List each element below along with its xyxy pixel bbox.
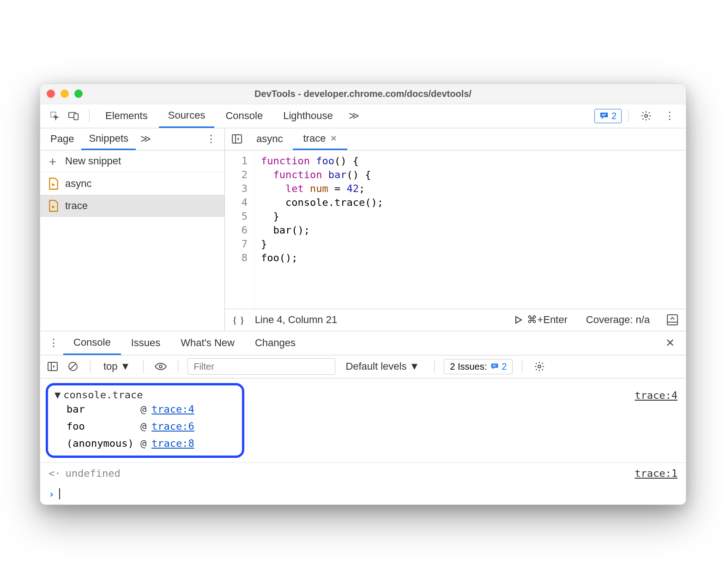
toggle-details-icon[interactable] bbox=[666, 314, 678, 326]
snippet-file-icon bbox=[48, 200, 59, 212]
snippet-item-async[interactable]: async bbox=[40, 173, 224, 195]
divider bbox=[89, 109, 90, 122]
chevron-down-icon: ▼ bbox=[409, 360, 419, 372]
log-levels-selector[interactable]: Default levels ▼ bbox=[340, 360, 425, 372]
drawer-tab-issues[interactable]: Issues bbox=[121, 331, 171, 355]
new-snippet-button[interactable]: ＋ New snippet bbox=[40, 150, 224, 173]
devtools-window: DevTools - developer.chrome.com/docs/dev… bbox=[40, 84, 686, 505]
code-content: function foo() { function bar() { let nu… bbox=[254, 150, 390, 309]
snippets-list: async trace bbox=[40, 173, 224, 331]
stack-fn: foo bbox=[67, 420, 140, 432]
message-icon bbox=[490, 362, 499, 371]
issues-count: 2 bbox=[502, 361, 507, 372]
svg-line-13 bbox=[70, 364, 76, 369]
console-body: trace:4 ▼ console.trace bar @ trace:4 fo… bbox=[40, 383, 686, 504]
drawer-tabs: ⋮ Console Issues What's New Changes ✕ bbox=[40, 331, 686, 355]
drawer-tab-changes[interactable]: Changes bbox=[245, 331, 306, 355]
svg-point-14 bbox=[159, 365, 162, 368]
main-tabs: Elements Sources Console Lighthouse ≫ 2 … bbox=[40, 104, 686, 128]
return-value: undefined bbox=[66, 468, 121, 479]
at-symbol: @ bbox=[140, 438, 151, 449]
snippet-label: trace bbox=[65, 200, 88, 212]
divider bbox=[434, 360, 435, 373]
nav-more-tabs-icon[interactable]: ≫ bbox=[136, 133, 156, 145]
svg-rect-3 bbox=[602, 114, 606, 115]
drawer-tab-whatsnew[interactable]: What's New bbox=[170, 331, 245, 355]
trace-title: console.trace bbox=[63, 389, 143, 401]
trace-highlight-box: ▼ console.trace bar @ trace:4 foo @ trac… bbox=[46, 383, 244, 458]
tab-sources[interactable]: Sources bbox=[159, 104, 215, 128]
pretty-print-icon[interactable]: { } bbox=[232, 314, 245, 326]
trace-header[interactable]: ▼ console.trace bbox=[54, 389, 236, 401]
close-tab-icon[interactable]: ✕ bbox=[330, 133, 337, 144]
stack-link[interactable]: trace:6 bbox=[151, 420, 194, 432]
filter-input[interactable] bbox=[188, 358, 335, 375]
console-sidebar-toggle-icon[interactable] bbox=[45, 359, 60, 374]
drawer-tab-console[interactable]: Console bbox=[63, 331, 121, 355]
run-snippet-button[interactable]: ⌘+Enter bbox=[514, 314, 567, 326]
device-toolbar-icon[interactable] bbox=[65, 107, 83, 125]
toggle-navigator-icon[interactable] bbox=[228, 134, 246, 144]
navigator-sidebar: Page Snippets ≫ ⋮ ＋ New snippet async tr… bbox=[40, 128, 225, 331]
disclosure-triangle-icon[interactable]: ▼ bbox=[54, 389, 60, 401]
sources-workspace: Page Snippets ≫ ⋮ ＋ New snippet async tr… bbox=[40, 128, 686, 331]
code-editor[interactable]: 12345678 function foo() { function bar()… bbox=[225, 150, 686, 309]
plus-icon: ＋ bbox=[47, 153, 59, 169]
svg-point-5 bbox=[645, 114, 647, 117]
issues-count: 2 bbox=[611, 111, 617, 121]
snippet-label: async bbox=[65, 178, 91, 190]
console-prompt[interactable]: › bbox=[40, 484, 686, 504]
divider bbox=[178, 360, 178, 373]
context-label: top bbox=[103, 360, 118, 372]
console-settings-icon[interactable] bbox=[532, 359, 547, 374]
clear-console-icon[interactable] bbox=[65, 359, 81, 374]
editor-tabs: async trace ✕ bbox=[225, 128, 686, 150]
live-expression-icon[interactable] bbox=[153, 359, 169, 374]
close-drawer-icon[interactable]: ✕ bbox=[658, 336, 682, 349]
trace-source-link[interactable]: trace:4 bbox=[635, 390, 678, 401]
zoom-window-button[interactable] bbox=[74, 90, 83, 98]
svg-rect-4 bbox=[602, 115, 605, 116]
tab-console[interactable]: Console bbox=[216, 104, 272, 128]
navigator-tabs: Page Snippets ≫ ⋮ bbox=[40, 128, 224, 150]
issues-indicator[interactable]: 2 bbox=[594, 109, 622, 123]
tab-elements[interactable]: Elements bbox=[96, 104, 157, 128]
editor-tab-label: trace bbox=[303, 132, 326, 144]
issues-label: 2 Issues: bbox=[450, 361, 487, 372]
at-symbol: @ bbox=[140, 403, 151, 415]
console-toolbar: top ▼ Default levels ▼ 2 Issues: 2 bbox=[40, 355, 686, 378]
svg-rect-10 bbox=[48, 362, 57, 371]
text-cursor bbox=[59, 488, 60, 499]
message-icon bbox=[599, 111, 609, 120]
editor-status-bar: { } Line 4, Column 21 ⌘+Enter Coverage: … bbox=[225, 309, 686, 331]
nav-kebab-icon[interactable]: ⋮ bbox=[200, 133, 222, 145]
context-selector[interactable]: top ▼ bbox=[100, 360, 134, 372]
snippet-item-trace[interactable]: trace bbox=[40, 195, 224, 217]
stack-link[interactable]: trace:8 bbox=[151, 438, 194, 449]
editor-tab-trace[interactable]: trace ✕ bbox=[293, 128, 347, 150]
svg-rect-8 bbox=[667, 315, 678, 325]
inspect-element-icon[interactable] bbox=[46, 107, 63, 125]
divider bbox=[90, 360, 91, 373]
console-return-line: <· undefined trace:1 bbox=[40, 462, 686, 484]
return-source-link[interactable]: trace:1 bbox=[635, 468, 678, 479]
stack-link[interactable]: trace:4 bbox=[151, 403, 194, 415]
prompt-icon: › bbox=[48, 488, 54, 500]
svg-rect-2 bbox=[74, 114, 78, 120]
tab-lighthouse[interactable]: Lighthouse bbox=[274, 104, 342, 128]
svg-rect-16 bbox=[493, 366, 496, 366]
more-tabs-icon[interactable]: ≫ bbox=[344, 110, 364, 122]
editor-tab-async[interactable]: async bbox=[246, 128, 293, 150]
settings-icon[interactable] bbox=[635, 110, 657, 121]
issues-pill[interactable]: 2 Issues: 2 bbox=[444, 359, 513, 374]
stack-frame: bar @ trace:4 bbox=[54, 401, 236, 418]
window-title: DevTools - developer.chrome.com/docs/dev… bbox=[40, 89, 686, 99]
divider bbox=[628, 109, 629, 122]
drawer-kebab-icon[interactable]: ⋮ bbox=[44, 337, 63, 349]
close-window-button[interactable] bbox=[47, 90, 55, 98]
kebab-menu-icon[interactable]: ⋮ bbox=[659, 110, 680, 122]
traffic-lights bbox=[47, 90, 83, 98]
nav-tab-page[interactable]: Page bbox=[43, 128, 81, 150]
minimize-window-button[interactable] bbox=[60, 90, 69, 98]
nav-tab-snippets[interactable]: Snippets bbox=[81, 128, 136, 150]
